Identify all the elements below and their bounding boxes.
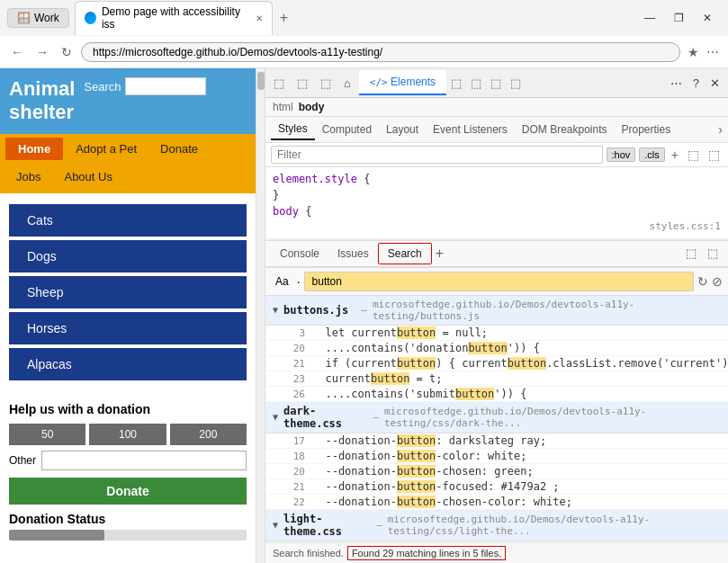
table-row[interactable]: 21 --donation-button-focused: #1479a2 ; [265, 479, 728, 495]
match-case-button[interactable]: Aa [271, 273, 293, 290]
donate-button[interactable]: Donate [9, 478, 247, 505]
jobs-nav-button[interactable]: Jobs [5, 165, 51, 188]
adopt-nav-button[interactable]: Adopt a Pet [65, 138, 148, 160]
amount-50-button[interactable]: 50 [9, 424, 85, 445]
table-row[interactable]: 22 --donation-button-chosen-color: white… [265, 495, 728, 510]
result-file-dark-theme[interactable]: ▼ dark-theme.css — microsoftedge.github.… [265, 402, 728, 433]
active-tab[interactable]: Demo page with accessibility iss ✕ [75, 1, 273, 35]
table-row[interactable]: 20 ....contains('donationbutton')) { [265, 341, 728, 356]
help-button[interactable]: ? [688, 74, 704, 93]
clear-search-button[interactable]: ⊘ [712, 274, 723, 289]
tab-properties[interactable]: Properties [615, 120, 679, 139]
line-number: 17 [280, 435, 305, 447]
result-file-light-theme[interactable]: ▼ light-theme.css — microsoftedge.github… [265, 510, 728, 541]
devtools-status-bar: Search finished. Found 29 matching lines… [265, 542, 728, 563]
add-style-rule-button[interactable]: + [669, 147, 681, 163]
about-nav-button[interactable]: About Us [53, 165, 122, 188]
tab-computed[interactable]: Computed [315, 120, 379, 139]
list-item[interactable]: Alpacas [9, 348, 247, 380]
file-separator: — [361, 304, 367, 316]
tab-issues[interactable]: Issues [328, 244, 378, 264]
donate-nav-button[interactable]: Donate [149, 138, 209, 160]
tab-elements[interactable]: </> Elements [359, 70, 446, 95]
list-item[interactable]: Horses [9, 312, 247, 344]
regex-button[interactable]: · [297, 274, 301, 289]
tool-wifi[interactable]: ⬚ [486, 74, 506, 93]
table-row[interactable]: 18 --donation-button-color: white; [265, 449, 728, 464]
home-button[interactable]: ⌂ [339, 74, 355, 93]
list-item[interactable]: Dogs [9, 240, 247, 273]
styles-more-icon[interactable]: › [718, 122, 723, 137]
search-bar: Aa · ↻ ⊘ [265, 268, 728, 296]
device-emulation-button[interactable]: ⬚ [292, 74, 312, 93]
tool3-button[interactable]: ⬚ [316, 74, 336, 93]
favorites-icon[interactable]: ★ [686, 43, 701, 61]
refresh-button[interactable]: ↻ [58, 43, 76, 61]
table-row[interactable]: 17 --donation-button: darkslateg ray; [265, 433, 728, 449]
refresh-search-button[interactable]: ↻ [697, 274, 708, 289]
list-item[interactable]: Sheep [9, 276, 247, 308]
scrollbar-thumb[interactable] [257, 72, 265, 90]
tab-event-listeners[interactable]: Event Listeners [426, 120, 515, 139]
table-row[interactable]: 21 if (currentbutton) { currentbutton.cl… [265, 356, 728, 371]
styles-tab-bar: Styles Computed Layout Event Listeners D… [265, 117, 728, 143]
table-row[interactable]: 23 currentbutton = t; [265, 371, 728, 387]
new-tab-button[interactable]: + [274, 8, 293, 28]
tab-bar: Demo page with accessibility iss ✕ + [75, 1, 631, 35]
work-taskbar-button[interactable]: 🪟 Work [7, 8, 69, 28]
tab-layout[interactable]: Layout [379, 120, 426, 139]
website-scrollbar[interactable] [256, 68, 265, 563]
add-tab-button[interactable]: + [432, 246, 447, 262]
more-icon[interactable]: ⋯ [705, 43, 721, 61]
close-devtools-button[interactable]: ✕ [706, 74, 724, 93]
breadcrumb-html[interactable]: html [273, 101, 293, 113]
site-title-line1: Animal [9, 77, 75, 100]
tab-dom-breakpoints[interactable]: DOM Breakpoints [515, 120, 615, 139]
search-text-input[interactable] [304, 272, 694, 291]
collapse-icon: ▼ [273, 305, 278, 315]
toggle-classes-button[interactable]: ⬚ [685, 147, 702, 163]
line-number: 26 [280, 389, 305, 400]
amount-200-button[interactable]: 200 [170, 424, 247, 445]
css-code-section: element.style { } body { styles.css:1 [265, 167, 728, 240]
search-input[interactable] [125, 77, 206, 95]
code-line: } [273, 187, 721, 203]
restore-button[interactable]: ❐ [665, 7, 692, 29]
table-row[interactable]: 26 ....contains('submitbutton')) { [265, 387, 728, 402]
line-number: 18 [280, 451, 305, 462]
dock-button[interactable]: ⬚ [681, 244, 701, 263]
tool-sources[interactable]: ⬚ [466, 74, 486, 93]
filter-input[interactable] [271, 146, 603, 164]
home-nav-button[interactable]: Home [5, 138, 63, 160]
list-item[interactable]: Cats [9, 204, 247, 237]
inspect-element-button[interactable]: ⬚ [269, 74, 289, 93]
amount-100-button[interactable]: 100 [89, 424, 166, 445]
back-button[interactable]: ← [7, 43, 27, 61]
tab-console[interactable]: Console [271, 244, 328, 264]
tab-search[interactable]: Search [378, 243, 432, 264]
minimize-button[interactable]: — [636, 7, 663, 29]
result-file-buttons-js[interactable]: ▼ buttons.js — microsoftedge.github.io/D… [265, 296, 728, 326]
table-row[interactable]: 20 --donation-button-chosen: green; [265, 464, 728, 479]
table-row[interactable]: 3 let currentbutton = null; [265, 326, 728, 341]
cls-filter-button[interactable]: .cls [639, 147, 665, 162]
breadcrumb-body[interactable]: body [299, 101, 325, 113]
more-tools-button[interactable]: ⋯ [666, 74, 687, 93]
tool-network[interactable]: ⬚ [446, 74, 466, 93]
site-search: Search [84, 77, 205, 95]
search-results-area[interactable]: ▼ buttons.js — microsoftedge.github.io/D… [265, 296, 728, 543]
forward-button[interactable]: → [32, 43, 52, 61]
tab-styles[interactable]: Styles [271, 119, 315, 140]
close-button[interactable]: ✕ [694, 7, 721, 29]
more-options-button[interactable]: ⬚ [706, 147, 723, 163]
tab-close-button[interactable]: ✕ [256, 13, 263, 23]
hov-filter-button[interactable]: :hov [607, 147, 636, 162]
expand-button[interactable]: ⬚ [703, 244, 723, 263]
taskbar-label: Work [34, 12, 59, 24]
line-number: 20 [280, 343, 305, 354]
breadcrumb: html body [265, 98, 728, 117]
donation-status-bar [9, 530, 247, 541]
url-input[interactable] [81, 42, 680, 62]
tool-more[interactable]: ⬚ [506, 74, 526, 93]
other-amount-input[interactable] [41, 451, 247, 470]
